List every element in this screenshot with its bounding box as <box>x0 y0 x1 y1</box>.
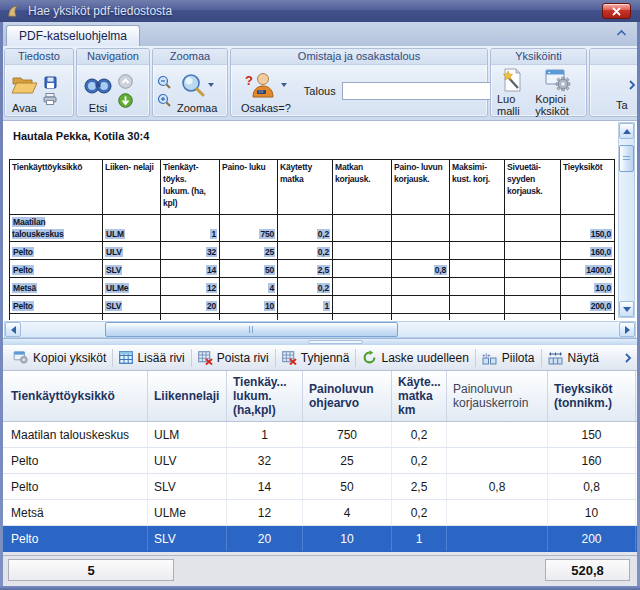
pdf-field-highlight[interactable]: 200,0 <box>590 301 612 311</box>
grid-cell[interactable] <box>447 500 548 525</box>
collapse-ribbon-icon[interactable] <box>616 29 627 37</box>
grid-cell[interactable]: SLV <box>148 474 227 499</box>
pdf-field-highlight[interactable]: 0,2 <box>317 283 330 293</box>
grid-cell[interactable]: 50 <box>303 474 392 499</box>
kopioi-yksikot-button[interactable]: Kopioi yksiköt <box>533 66 582 118</box>
pdf-field-highlight[interactable]: 0,2 <box>317 247 330 257</box>
grid-cell[interactable]: 0,8 <box>548 474 636 499</box>
scroll-right-button[interactable] <box>619 322 635 337</box>
next-circle-icon[interactable] <box>118 93 133 108</box>
close-button[interactable] <box>602 3 631 19</box>
pdf-field-highlight[interactable]: 1400,0 <box>585 265 612 275</box>
tab-pdf-katseluohjelma[interactable]: PDF-katseluohjelma <box>6 25 140 46</box>
pdf-field-highlight[interactable]: 0,2 <box>317 229 330 239</box>
pdf-field-highlight[interactable]: 50 <box>264 265 275 275</box>
pdf-page[interactable]: Hautala Pekka, Kotila 30:4 Tienkäyttöyks… <box>3 121 616 320</box>
save-icon[interactable] <box>44 76 57 89</box>
grid-cell[interactable]: 0,2 <box>392 448 447 473</box>
osakas-button[interactable]: ? DX Osakas=? <box>239 66 293 115</box>
clear-button[interactable]: Tyhjennä <box>277 349 355 367</box>
grid-cell[interactable]: 750 <box>303 422 392 447</box>
grid-header-cell[interactable]: Painoluvun ohjearvo <box>303 371 392 421</box>
ribbon-scroll-right-icon[interactable] <box>628 79 636 91</box>
pdf-field-highlight[interactable]: 25 <box>264 247 275 257</box>
grid-cell[interactable]: 12 <box>227 500 303 525</box>
pdf-field-highlight[interactable]: 20 <box>206 301 217 311</box>
show-columns-button[interactable]: Näytä <box>543 349 604 367</box>
grid-header-cell[interactable]: Liikennelaji <box>148 371 227 421</box>
grid-cell[interactable]: Pelto <box>3 448 148 473</box>
zoom-button[interactable]: Zoomaa <box>175 66 219 115</box>
splitter-grip[interactable] <box>308 340 363 344</box>
grid-cell[interactable]: Maatilan talouskeskus <box>3 422 148 447</box>
zoom-in-icon[interactable] <box>157 93 172 107</box>
vertical-scroll-thumb[interactable] <box>619 145 634 172</box>
pdf-field-highlight[interactable]: Pelto <box>12 301 34 311</box>
grid-row-selected[interactable]: Pelto SLV 20 10 1 200 <box>3 526 637 552</box>
toolbar-scroll-right-icon[interactable] <box>624 352 632 364</box>
zoom-out-icon[interactable] <box>157 75 172 89</box>
pdf-field-highlight[interactable]: 10,0 <box>594 283 612 293</box>
grid-row[interactable]: Metsä ULMe 12 4 0,2 10 <box>3 500 637 526</box>
grid-cell[interactable]: Metsä <box>3 500 148 525</box>
titlebar[interactable]: Hae yksiköt pdf-tiedostosta <box>0 0 640 22</box>
luo-malli-button[interactable]: Luo malli <box>495 66 528 118</box>
grid-cell[interactable]: ULM <box>148 422 227 447</box>
pdf-field-highlight[interactable]: Pelto <box>12 265 34 275</box>
pdf-field-highlight[interactable]: 2,5 <box>317 265 330 275</box>
pdf-vertical-scrollbar[interactable] <box>618 122 635 318</box>
pdf-field-highlight[interactable]: ULMe <box>105 283 129 293</box>
grid-cell[interactable]: ULMe <box>148 500 227 525</box>
pdf-field-highlight[interactable]: 10 <box>264 301 275 311</box>
grid-row[interactable]: Maatilan talouskeskus ULM 1 750 0,2 150 <box>3 422 637 448</box>
grid-cell[interactable]: SLV <box>148 526 227 551</box>
pdf-field-highlight[interactable]: 750 <box>259 229 275 239</box>
grid-cell[interactable]: 0,2 <box>392 422 447 447</box>
pdf-field-highlight[interactable]: SLV <box>105 265 122 275</box>
grid-cell[interactable]: 25 <box>303 448 392 473</box>
grid-cell[interactable]: 0,8 <box>447 474 548 499</box>
talous-input[interactable] <box>342 82 508 100</box>
grid-row[interactable]: Pelto ULV 32 25 0,2 160 <box>3 448 637 474</box>
grid-cell[interactable] <box>447 422 548 447</box>
horizontal-scroll-thumb[interactable] <box>105 322 398 337</box>
splitter[interactable] <box>3 338 637 345</box>
pdf-field-highlight[interactable]: ULV <box>105 247 123 257</box>
hide-columns-button[interactable]: +|+ Piilota <box>477 349 540 367</box>
print-icon[interactable] <box>43 93 57 105</box>
find-button[interactable]: Etsi <box>81 66 115 115</box>
grid-cell[interactable]: 1 <box>392 526 447 551</box>
pdf-field-highlight[interactable]: 1 <box>323 301 330 311</box>
grid-cell[interactable]: 200 <box>548 526 636 551</box>
delete-row-button[interactable]: Poista rivi <box>193 349 274 367</box>
pdf-field-highlight[interactable]: 150,0 <box>590 229 612 239</box>
pdf-field-highlight[interactable]: 0,8 <box>434 265 447 275</box>
pdf-field-highlight[interactable]: Metsä <box>12 283 37 293</box>
grid-cell[interactable]: ULV <box>148 448 227 473</box>
pdf-field-highlight[interactable]: 32 <box>206 247 217 257</box>
grid-header-cell[interactable]: Tienkäy... lukum. (ha,kpl) <box>227 371 303 421</box>
grid-cell[interactable]: 2,5 <box>392 474 447 499</box>
copy-units-button[interactable]: Kopioi yksiköt <box>8 348 111 367</box>
grid-cell[interactable]: 160 <box>548 448 636 473</box>
pdf-field-highlight[interactable]: 4 <box>268 283 275 293</box>
grid-cell[interactable]: 10 <box>303 526 392 551</box>
previous-circle-icon[interactable] <box>118 74 133 89</box>
grid-cell[interactable]: Pelto <box>3 474 148 499</box>
grid-header-cell[interactable]: Tieyksiköt (tonnikm.) <box>548 371 636 421</box>
grid-cell[interactable]: 20 <box>227 526 303 551</box>
grid-cell[interactable]: 0,2 <box>392 500 447 525</box>
pdf-field-highlight[interactable]: 1 <box>210 229 217 239</box>
pdf-field-highlight[interactable]: Maatilan talouskeskus <box>12 217 64 239</box>
scroll-down-button[interactable] <box>619 301 634 317</box>
grid-cell[interactable]: 32 <box>227 448 303 473</box>
grid-header-cell[interactable]: Käyte... matka km <box>392 371 447 421</box>
grid-row[interactable]: Pelto SLV 14 50 2,5 0,8 0,8 <box>3 474 637 500</box>
grid-cell[interactable]: 150 <box>548 422 636 447</box>
grid-cell[interactable]: 10 <box>548 500 636 525</box>
scroll-left-button[interactable] <box>5 322 21 337</box>
pdf-field-highlight[interactable]: 160,0 <box>590 247 612 257</box>
grid-header-cell[interactable]: Tienkäyttöyksikkö <box>3 371 148 421</box>
pdf-field-highlight[interactable]: ULM <box>105 229 125 239</box>
grid-cell[interactable]: 14 <box>227 474 303 499</box>
